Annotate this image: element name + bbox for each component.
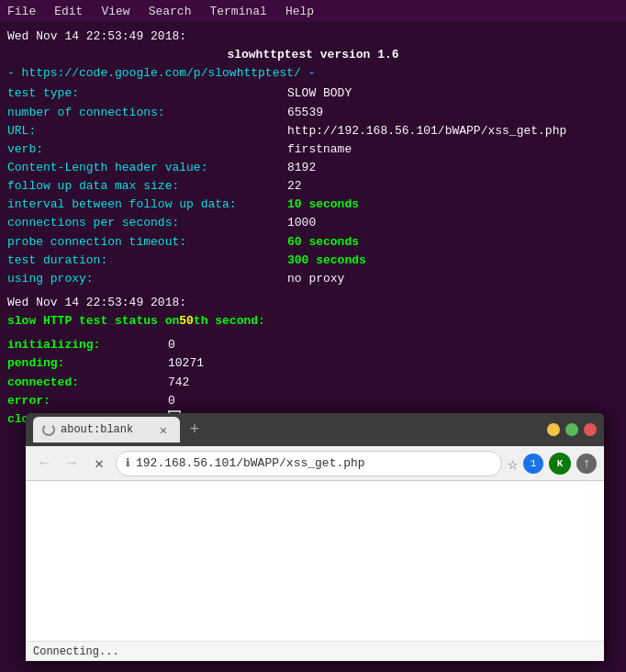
new-tab-button[interactable]: + (184, 419, 206, 441)
browser-window: about:blank ✕ + ← → ✕ ℹ 192.168.56.101/b… (26, 413, 604, 661)
menu-file[interactable]: File (4, 5, 39, 18)
error-line: error: 0 (7, 392, 619, 410)
menu-search[interactable]: Search (145, 5, 196, 18)
timestamp-line-2: Wed Nov 14 22:53:49 2018: (7, 294, 619, 312)
lock-icon: ℹ (126, 456, 130, 470)
close-button[interactable] (584, 423, 597, 436)
status-header-line: slow HTTP test status on 50 th second: (7, 312, 619, 330)
menu-terminal[interactable]: Terminal (206, 5, 270, 18)
url-domain: 192.168.56.101 (136, 456, 236, 470)
menu-help[interactable]: Help (282, 5, 318, 18)
reload-button[interactable]: ✕ (88, 453, 110, 475)
title-line: slowhttptest version 1.6 (7, 46, 619, 64)
forward-button[interactable]: → (61, 453, 83, 475)
connecting-status: Connecting... (33, 645, 119, 658)
browser-titlebar: about:blank ✕ + (26, 413, 604, 446)
window-controls (547, 423, 597, 436)
connections-line: number of connections: 65539 (7, 104, 619, 122)
tab-title: about:blank (61, 423, 151, 436)
extension-upload-button[interactable]: ↑ (576, 454, 597, 474)
menu-view[interactable]: View (97, 5, 133, 18)
extension-badge[interactable]: 1 (523, 454, 543, 474)
content-length-line: Content-Length header value: 8192 (7, 159, 619, 177)
test-duration-line: test duration: 300 seconds (7, 252, 619, 270)
back-button[interactable]: ← (33, 453, 55, 475)
terminal-area: Wed Nov 14 22:53:49 2018: slowhttptest v… (0, 22, 626, 434)
browser-toolbar: ← → ✕ ℹ 192.168.56.101/bWAPP/xss_get.php… (26, 446, 604, 481)
interval-line: interval between follow up data: 10 seco… (7, 196, 619, 214)
tab-area: about:blank ✕ + (33, 413, 543, 446)
menu-edit[interactable]: Edit (50, 5, 86, 18)
minimize-button[interactable] (547, 423, 560, 436)
initializing-line: initializing: 0 (7, 336, 619, 354)
test-type-line: test type: SLOW BODY (7, 84, 619, 103)
timestamp-line-1: Wed Nov 14 22:53:49 2018: (7, 28, 619, 46)
menubar: File Edit View Search Terminal Help (0, 0, 626, 22)
tab-favicon-icon (42, 423, 55, 436)
extension-k-button[interactable]: K (549, 453, 571, 475)
address-bar[interactable]: ℹ 192.168.56.101/bWAPP/xss_get.php (116, 451, 502, 476)
verb-line: verb: firstname (7, 140, 619, 159)
url-path: /bWAPP/xss_get.php (236, 456, 364, 470)
tab-close-button[interactable]: ✕ (156, 422, 171, 437)
url-display: 192.168.56.101/bWAPP/xss_get.php (136, 456, 365, 470)
url-line: - https://code.google.com/p/slowhttptest… (7, 64, 619, 83)
connected-line: connected: 742 (7, 374, 619, 392)
proxy-line: using proxy: no proxy (7, 270, 619, 288)
browser-status-bar: Connecting... (26, 641, 604, 661)
maximize-button[interactable] (565, 423, 578, 436)
conn-per-sec-line: connections per seconds: 1000 (7, 214, 619, 232)
bookmark-button[interactable]: ☆ (508, 454, 518, 474)
browser-tab[interactable]: about:blank ✕ (33, 417, 180, 442)
probe-timeout-line: probe connection timeout: 60 seconds (7, 233, 619, 252)
pending-line: pending: 10271 (7, 354, 619, 373)
follow-up-line: follow up data max size: 22 (7, 177, 619, 196)
url-config-line: URL: http://192.168.56.101/bWAPP/xss_get… (7, 122, 619, 140)
browser-content: Connecting... (26, 481, 604, 661)
